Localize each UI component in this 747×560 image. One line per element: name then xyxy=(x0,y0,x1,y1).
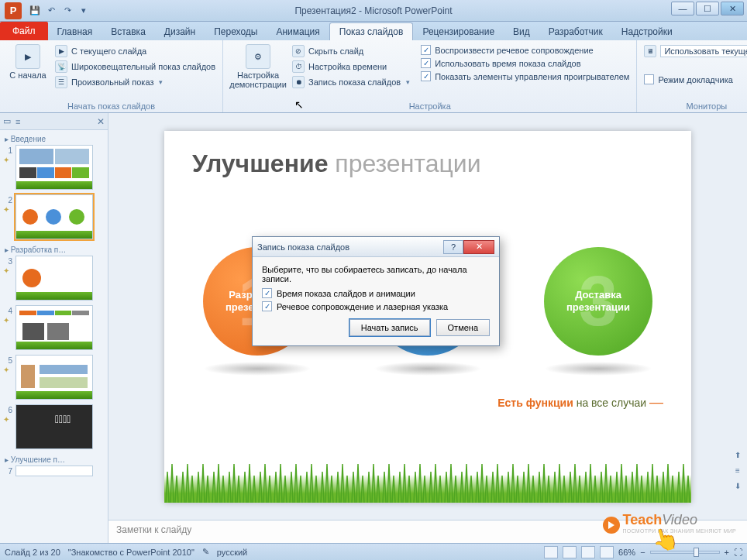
tab-review[interactable]: Рецензирование xyxy=(413,23,504,40)
broadcast-label: Широковещательный показ слайдов xyxy=(71,62,215,71)
thumb-number: 3 xyxy=(3,256,12,266)
tab-developer[interactable]: Разработчик xyxy=(539,23,612,40)
tab-insert[interactable]: Вставка xyxy=(102,23,155,40)
checkbox-icon xyxy=(644,74,654,84)
start-recording-button[interactable]: Начать запись xyxy=(349,319,430,336)
outline-tab-icon[interactable]: ≡ xyxy=(15,117,20,126)
setup-icon: ⚙ xyxy=(246,44,270,69)
monitor-select[interactable]: 🖥Использовать текуще…▾ xyxy=(642,44,747,58)
undo-icon[interactable]: ↶ xyxy=(44,4,58,18)
quick-access-toolbar: 💾 ↶ ↷ ▾ xyxy=(28,4,91,18)
from-beginning-label: С начала xyxy=(9,70,46,80)
thumb-number: 1 xyxy=(3,145,12,155)
tab-addins[interactable]: Надстройки xyxy=(612,23,682,40)
presenter-view-checkbox[interactable]: Режим докладчика xyxy=(642,74,747,85)
next-slide-icon[interactable]: ⬇ xyxy=(732,479,744,492)
tab-home[interactable]: Главная xyxy=(48,23,102,40)
save-icon[interactable]: 💾 xyxy=(28,4,42,18)
teachvideo-icon xyxy=(603,517,620,534)
zoom-out-icon[interactable]: − xyxy=(640,548,645,557)
redo-icon[interactable]: ↷ xyxy=(60,4,74,18)
thumb-number: 2 xyxy=(3,194,12,204)
slide-title: Улучшение презентации xyxy=(192,149,481,178)
minimize-button[interactable]: — xyxy=(671,2,694,15)
app-icon: P xyxy=(5,2,22,19)
maximize-button[interactable]: ☐ xyxy=(696,2,719,15)
broadcast-button[interactable]: 📡Широковещательный показ слайдов xyxy=(53,60,218,74)
thumbnail[interactable] xyxy=(15,145,93,190)
dialog-title: Запись показа слайдов xyxy=(257,242,349,252)
show-controls-label: Показать элементы управления проигрывате… xyxy=(435,72,629,81)
slideshow-view-icon[interactable] xyxy=(600,546,614,558)
tab-animation[interactable]: Анимация xyxy=(267,23,329,40)
tab-file[interactable]: Файл xyxy=(0,22,48,40)
record-dialog: Запись показа слайдов ? ✕ Выберите, что … xyxy=(252,236,500,346)
dialog-option-timings[interactable]: ✓Время показа слайдов и анимации xyxy=(262,288,490,298)
tab-slideshow[interactable]: Показ слайдов xyxy=(329,22,414,40)
checkbox-icon: ✓ xyxy=(421,45,431,55)
group-monitors: 🖥Использовать текуще…▾ Режим докладчика … xyxy=(637,40,747,112)
nav-menu-icon[interactable]: ≡ xyxy=(732,464,744,476)
custom-show-label: Произвольный показ xyxy=(71,77,153,87)
circle-3: 3Доставкапрезентации xyxy=(544,247,652,356)
tab-transitions[interactable]: Переходы xyxy=(205,23,267,40)
status-slide-count: Слайд 2 из 20 xyxy=(5,548,60,557)
thumbnails-list[interactable]: ▸ Введение 1✦ 2✦ ▸ Разработка п… 3✦ 4✦ 5… xyxy=(0,130,108,543)
show-controls-checkbox[interactable]: ✓Показать элементы управления проигрыват… xyxy=(418,70,632,82)
thumbnail[interactable] xyxy=(15,194,93,239)
dialog-help-button[interactable]: ? xyxy=(443,240,463,254)
from-current-button[interactable]: ▶С текущего слайда xyxy=(53,44,218,58)
hide-icon: ⊘ xyxy=(292,45,305,57)
tab-design[interactable]: Дизайн xyxy=(155,23,205,40)
ribbon: ▶ С начала ▶С текущего слайда 📡Широковещ… xyxy=(0,40,747,113)
sorter-view-icon[interactable] xyxy=(563,546,577,558)
panel-close-icon[interactable]: ✕ xyxy=(97,116,105,127)
close-button[interactable]: ✕ xyxy=(721,2,744,15)
thumbnail[interactable]: 𓀀𓀁𓀂𓀃 xyxy=(15,404,93,449)
from-beginning-button[interactable]: ▶ С начала xyxy=(5,43,51,89)
dialog-titlebar[interactable]: Запись показа слайдов ? ✕ xyxy=(253,237,499,257)
use-timings-checkbox[interactable]: ✓Использовать время показа слайдов xyxy=(418,57,632,69)
thumbnail[interactable] xyxy=(15,305,93,350)
cancel-button[interactable]: Отмена xyxy=(436,319,490,336)
thumb-number: 4 xyxy=(3,305,12,315)
monitor-select-value: Использовать текуще… xyxy=(664,46,747,56)
record-icon: ⏺ xyxy=(292,76,305,88)
normal-view-icon[interactable] xyxy=(544,546,558,558)
setup-show-label: Настройка демонстрации xyxy=(229,70,287,89)
group-setup: ⚙ Настройка демонстрации ⊘Скрыть слайд ⏱… xyxy=(223,40,637,112)
zoom-in-icon[interactable]: + xyxy=(725,548,729,557)
checkbox-icon: ✓ xyxy=(421,58,431,68)
thumb-number: 6 xyxy=(3,404,12,414)
thumbnail[interactable] xyxy=(15,256,93,301)
thumbnail[interactable] xyxy=(15,466,93,476)
rehearse-button[interactable]: ⏱Настройка времени xyxy=(290,60,412,74)
hide-slide-button[interactable]: ⊘Скрыть слайд xyxy=(290,44,412,58)
thumb-number: 7 xyxy=(3,466,12,476)
broadcast-icon: 📡 xyxy=(55,60,67,73)
setup-show-button[interactable]: ⚙ Настройка демонстрации xyxy=(228,43,288,91)
slides-tab-icon[interactable]: ▭ xyxy=(3,116,11,126)
spellcheck-icon[interactable]: ✎ xyxy=(202,547,209,557)
qat-more-icon[interactable]: ▾ xyxy=(77,4,91,18)
hide-slide-label: Скрыть слайд xyxy=(308,46,363,56)
prev-slide-icon[interactable]: ⬆ xyxy=(732,448,744,461)
reading-view-icon[interactable] xyxy=(581,546,595,558)
animation-marker-icon: ✦ xyxy=(3,366,12,374)
dialog-close-button[interactable]: ✕ xyxy=(463,240,494,254)
slide-tagline: Есть функции на все случаи — xyxy=(497,394,663,411)
dialog-option-narration[interactable]: ✓Речевое сопровождение и лазерная указка xyxy=(262,301,490,311)
custom-show-button[interactable]: ☰Произвольный показ▾ xyxy=(53,75,218,89)
dialog-instruction: Выберите, что вы собираетесь записать, д… xyxy=(262,265,490,283)
fit-window-icon[interactable]: ⛶ xyxy=(734,548,742,557)
record-show-label: Запись показа слайдов xyxy=(308,77,401,87)
thumb-number: 5 xyxy=(3,355,12,365)
status-language[interactable]: русский xyxy=(217,548,247,557)
play-narration-checkbox[interactable]: ✓Воспроизвести речевое сопровождение xyxy=(418,44,632,56)
record-show-button[interactable]: ⏺Запись показа слайдов▾ xyxy=(290,75,412,89)
zoom-value: 66% xyxy=(618,548,635,557)
window-title: Презентация2 - Microsoft PowerPoint xyxy=(294,5,452,16)
checkbox-icon: ✓ xyxy=(262,288,272,298)
thumbnail[interactable] xyxy=(15,355,93,400)
tab-view[interactable]: Вид xyxy=(504,23,539,40)
